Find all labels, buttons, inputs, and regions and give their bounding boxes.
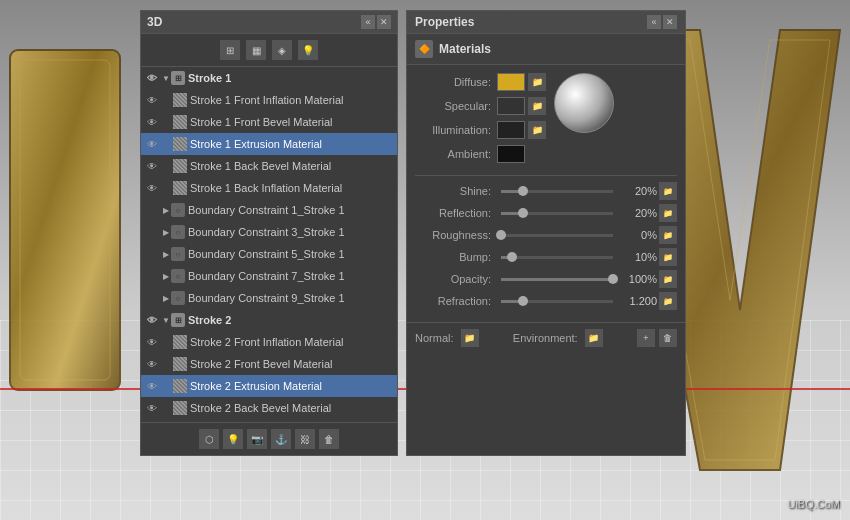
eye-stroke1[interactable]: 👁 — [145, 71, 159, 85]
reflection-track[interactable] — [501, 212, 613, 215]
ambient-swatch[interactable] — [497, 145, 525, 163]
eye-s2fb[interactable]: 👁 — [145, 357, 159, 371]
reflection-label: Reflection: — [415, 207, 497, 219]
shine-track[interactable] — [501, 190, 613, 193]
layer-boundary5[interactable]: ▶ ○ Boundary Constraint 5_Stroke 1 — [141, 243, 397, 265]
panels-container: 3D « ✕ ⊞ ▦ ◈ 💡 👁 ▼ ⊞ Stroke 1 👁 — [140, 10, 686, 456]
expand-b1[interactable]: ▶ — [161, 205, 171, 215]
anchor-bottom-icon[interactable]: ⚓ — [271, 429, 291, 449]
specular-swatch[interactable] — [497, 97, 525, 115]
layer-boundary3[interactable]: ▶ ○ Boundary Constraint 3_Stroke 1 — [141, 221, 397, 243]
environment-folder-btn[interactable]: 📁 — [585, 329, 603, 347]
expand-stroke1[interactable]: ▼ — [161, 73, 171, 83]
eye-s2bb[interactable]: 👁 — [145, 401, 159, 415]
eye-s1bi[interactable]: 👁 — [145, 181, 159, 195]
bump-slider-container — [497, 256, 617, 259]
normal-folder-btn[interactable]: 📁 — [461, 329, 479, 347]
diffuse-swatch[interactable] — [497, 73, 525, 91]
panel-collapse-btn[interactable]: « — [361, 15, 375, 29]
layer-stroke1-front-inflation[interactable]: 👁 Stroke 1 Front Inflation Material — [141, 89, 397, 111]
layer-stroke1-extrusion[interactable]: 👁 Stroke 1 Extrusion Material — [141, 133, 397, 155]
props-new-icon[interactable]: + — [637, 329, 655, 347]
grid-tool-icon[interactable]: ⊞ — [220, 40, 240, 60]
cube-bottom-icon[interactable]: ⬡ — [199, 429, 219, 449]
layer-stroke2-group[interactable]: 👁 ▼ ⊞ Stroke 2 — [141, 309, 397, 331]
shine-folder[interactable]: 📁 — [659, 182, 677, 200]
materials-icon: 🔶 — [415, 40, 433, 58]
layer-stroke2-back-bevel[interactable]: 👁 Stroke 2 Back Bevel Material — [141, 397, 397, 419]
materials-tab[interactable]: 🔶 Materials — [407, 34, 685, 65]
expand-b9[interactable]: ▶ — [161, 293, 171, 303]
stroke2-label: Stroke 2 — [188, 314, 231, 326]
layer-stroke1-front-bevel[interactable]: 👁 Stroke 1 Front Bevel Material — [141, 111, 397, 133]
layer-stroke2-front-bevel[interactable]: 👁 Stroke 2 Front Bevel Material — [141, 353, 397, 375]
props-collapse-btn[interactable]: « — [647, 15, 661, 29]
ambient-label: Ambient: — [415, 148, 497, 160]
illumination-folder-btn[interactable]: 📁 — [528, 121, 546, 139]
materials-label: Materials — [439, 42, 491, 56]
eye-s2fi[interactable]: 👁 — [145, 335, 159, 349]
props-close-btn[interactable]: ✕ — [663, 15, 677, 29]
layer-boundary7[interactable]: ▶ ○ Boundary Constraint 7_Stroke 1 — [141, 265, 397, 287]
props-header: Properties « ✕ — [407, 11, 685, 34]
illumination-row: Illumination: 📁 — [415, 121, 546, 139]
bump-folder[interactable]: 📁 — [659, 248, 677, 266]
roughness-track[interactable] — [501, 234, 613, 237]
b7-label: Boundary Constraint 7_Stroke 1 — [188, 270, 345, 282]
roughness-folder[interactable]: 📁 — [659, 226, 677, 244]
eye-s1bb[interactable]: 👁 — [145, 159, 159, 173]
s2fi-thumb — [173, 335, 187, 349]
reflection-folder[interactable]: 📁 — [659, 204, 677, 222]
expand-b3[interactable]: ▶ — [161, 227, 171, 237]
refraction-track[interactable] — [501, 300, 613, 303]
stroke2-thumb: ⊞ — [171, 313, 185, 327]
expand-b7[interactable]: ▶ — [161, 271, 171, 281]
light2-bottom-icon[interactable]: 💡 — [223, 429, 243, 449]
layers-tool-icon[interactable]: ◈ — [272, 40, 292, 60]
eye-s1fi[interactable]: 👁 — [145, 93, 159, 107]
panel-close-btn[interactable]: ✕ — [377, 15, 391, 29]
layer-stroke1-back-bevel[interactable]: 👁 Stroke 1 Back Bevel Material — [141, 155, 397, 177]
refraction-folder[interactable]: 📁 — [659, 292, 677, 310]
layer-stroke1-back-inflation[interactable]: 👁 Stroke 1 Back Inflation Material — [141, 177, 397, 199]
trash-bottom-icon[interactable]: 🗑 — [319, 429, 339, 449]
bump-track[interactable] — [501, 256, 613, 259]
normal-row: Normal: 📁 — [415, 329, 479, 347]
eye-s1e[interactable]: 👁 — [145, 137, 159, 151]
stroke1-label: Stroke 1 — [188, 72, 231, 84]
diffuse-folder-btn[interactable]: 📁 — [528, 73, 546, 91]
b5-label: Boundary Constraint 5_Stroke 1 — [188, 248, 345, 260]
refraction-row: Refraction: 1.200 📁 — [415, 292, 677, 310]
s2fb-label: Stroke 2 Front Bevel Material — [190, 358, 332, 370]
eye-stroke2[interactable]: 👁 — [145, 313, 159, 327]
expand-stroke2[interactable]: ▼ — [161, 315, 171, 325]
layer-list[interactable]: 👁 ▼ ⊞ Stroke 1 👁 Stroke 1 Front Inflatio… — [141, 67, 397, 422]
expand-b5[interactable]: ▶ — [161, 249, 171, 259]
opacity-track[interactable] — [501, 278, 613, 281]
illumination-swatch[interactable] — [497, 121, 525, 139]
layer-stroke2-front-inflation[interactable]: 👁 Stroke 2 Front Inflation Material — [141, 331, 397, 353]
b1-label: Boundary Constraint 1_Stroke 1 — [188, 204, 345, 216]
light-tool-icon[interactable]: 💡 — [298, 40, 318, 60]
table-tool-icon[interactable]: ▦ — [246, 40, 266, 60]
panel-3d-header: 3D « ✕ — [141, 11, 397, 34]
props-trash-icon[interactable]: 🗑 — [659, 329, 677, 347]
ambient-row: Ambient: — [415, 145, 546, 163]
material-sphere-preview — [554, 73, 614, 133]
layer-boundary1[interactable]: ▶ ○ Boundary Constraint 1_Stroke 1 — [141, 199, 397, 221]
layer-stroke1-group[interactable]: 👁 ▼ ⊞ Stroke 1 — [141, 67, 397, 89]
eye-s1fb[interactable]: 👁 — [145, 115, 159, 129]
specular-folder-btn[interactable]: 📁 — [528, 97, 546, 115]
layer-stroke2-extrusion[interactable]: 👁 Stroke 2 Extrusion Material — [141, 375, 397, 397]
reflection-slider-container — [497, 212, 617, 215]
b9-label: Boundary Constraint 9_Stroke 1 — [188, 292, 345, 304]
camera-bottom-icon[interactable]: 📷 — [247, 429, 267, 449]
b7-thumb: ○ — [171, 269, 185, 283]
layer-boundary9[interactable]: ▶ ○ Boundary Constraint 9_Stroke 1 — [141, 287, 397, 309]
eye-s2e[interactable]: 👁 — [145, 379, 159, 393]
s1e-thumb — [173, 137, 187, 151]
refraction-value: 1.200 — [617, 295, 657, 307]
chain-bottom-icon[interactable]: ⛓ — [295, 429, 315, 449]
opacity-folder[interactable]: 📁 — [659, 270, 677, 288]
specular-row: Specular: 📁 — [415, 97, 546, 115]
